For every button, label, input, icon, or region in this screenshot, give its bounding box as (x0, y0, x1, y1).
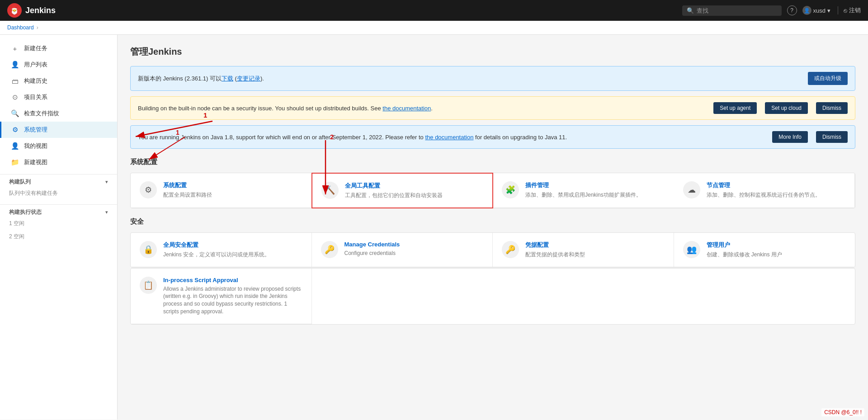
sidebar-item-project-relation[interactable]: ⊙ 项目关系 (0, 89, 117, 105)
system-settings-icon: ⚙ (140, 181, 157, 198)
build-queue-empty: 队列中没有构建任务 (0, 188, 117, 201)
config-name-plugin-manage: 插件管理 (525, 181, 665, 189)
my-view-icon: 👤 (10, 142, 19, 150)
auto-upgrade-button[interactable]: 或自动升级 (808, 72, 848, 85)
config-desc-node-manage: 添加、删除、控制和监视系统运行任务的节点。 (707, 191, 846, 199)
key-icon: 🔑 (321, 241, 338, 258)
config-name-manage-credentials: Manage Credentials (344, 241, 484, 248)
users-icon: 👥 (683, 241, 700, 258)
user-name: xusd (813, 7, 826, 14)
search-icon: 🔍 (687, 7, 694, 14)
main-layout: + 新建任务 👤 用户列表 🗃 构建历史 ⊙ 项目关系 🔍 检查文件指纹 ⚙ 系… (0, 35, 868, 420)
sidebar-label-new-view: 新建视图 (24, 158, 47, 166)
config-item-plugin-manage[interactable]: 🧩 插件管理 添加、删除、禁用或启用Jenkins功能扩展插件。 (493, 173, 674, 208)
config-desc-script-approval: Allows a Jenkins administrator to review… (163, 285, 302, 316)
config-name-global-security: 全局安全配置 (163, 241, 302, 249)
settings-icon: ⚙ (10, 126, 19, 134)
config-item-node-manage[interactable]: ☁ 节点管理 添加、删除、控制和监视系统运行任务的节点。 (674, 173, 855, 208)
user-avatar-icon: 👤 (802, 6, 811, 15)
jenkins-emoji: 🎅 (10, 6, 19, 15)
config-desc-manage-credentials: Configure credentials (344, 250, 484, 257)
setup-agent-button[interactable]: Set up agent (713, 102, 757, 114)
global-tools-icon: 🔨 (321, 182, 339, 199)
project-icon: ⊙ (10, 93, 19, 101)
lock-icon: 🔒 (140, 241, 157, 258)
build-queue-section: 构建队列 ▾ 队列中没有构建任务 (0, 174, 117, 201)
config-name-credentials-config: 凭据配置 (525, 241, 665, 249)
update-alert-text: 新版本的 Jenkins (2.361.1) 可以下载 (变更记录). (138, 75, 800, 83)
sidebar-item-new-task[interactable]: + 新建任务 (0, 40, 117, 57)
config-item-manage-credentials[interactable]: 🔑 Manage Credentials Configure credentia… (312, 233, 493, 267)
security-doc-link[interactable]: the documentation (382, 105, 431, 112)
logout-button[interactable]: ⎋ 注销 (838, 6, 861, 14)
build-exec-slot-2: 2 空闲 (0, 231, 117, 244)
config-name-script-approval: In-process Script Approval (163, 277, 302, 283)
plugin-icon: 🧩 (502, 181, 519, 198)
history-icon: 🗃 (10, 77, 19, 85)
help-icon[interactable]: ? (787, 5, 797, 15)
config-item-system-settings[interactable]: ⚙ 系统配置 配置全局设置和路径 (131, 173, 312, 208)
sidebar-item-check-fingerprint[interactable]: 🔍 检查文件指纹 (0, 105, 117, 122)
config-desc-global-security: Jenkins 安全，定义谁可以访问或使用系统。 (163, 251, 302, 259)
system-config-section-title: 系统配置 (130, 158, 855, 166)
header-title: Jenkins (25, 6, 56, 15)
java-dismiss-button[interactable]: Dismiss (816, 131, 848, 143)
sidebar-label-build-history: 构建历史 (24, 77, 47, 85)
download-link[interactable]: 下载 (222, 75, 233, 82)
jenkins-logo-icon: 🎅 (7, 3, 22, 18)
logout-label: 注销 (849, 6, 861, 14)
csdn-watermark: CSDN @6_0!! ! (821, 408, 864, 416)
config-desc-credentials-config: 配置凭据的提供者和类型 (525, 251, 665, 259)
java-doc-link[interactable]: the documentation (425, 134, 473, 141)
header-logo[interactable]: 🎅 Jenkins (7, 3, 56, 18)
fingerprint-icon: 🔍 (10, 109, 19, 118)
breadcrumb-dashboard[interactable]: Dashboard (7, 24, 34, 31)
build-exec-slot-1: 1 空闲 (0, 218, 117, 231)
config-item-manage-users[interactable]: 👥 管理用户 创建、删除或修改 Jenkins 用户 (674, 233, 855, 267)
node-icon: ☁ (683, 181, 700, 198)
sidebar-item-new-view[interactable]: 📁 新建视图 (0, 154, 117, 170)
security-dismiss-button[interactable]: Dismiss (816, 102, 848, 114)
build-exec-toggle[interactable]: 构建执行状态 ▾ (0, 205, 117, 218)
system-config-grid: 1 ⚙ 系统配置 配置全局设置和路径 🔨 全局工具配置 (130, 173, 855, 208)
credentials-icon: 🔑 (502, 241, 519, 258)
sidebar: + 新建任务 👤 用户列表 🗃 构建历史 ⊙ 项目关系 🔍 检查文件指纹 ⚙ 系… (0, 35, 118, 420)
security-alert-text: Building on the built-in node can be a s… (138, 105, 705, 112)
security-alert: Building on the built-in node can be a s… (130, 96, 855, 120)
config-item-global-tools[interactable]: 🔨 全局工具配置 工具配置，包括它们的位置和自动安装器 (311, 173, 494, 208)
sidebar-label-user-list: 用户列表 (24, 61, 47, 69)
update-alert: 新版本的 Jenkins (2.361.1) 可以下载 (变更记录). 或自动升… (130, 66, 855, 91)
build-queue-title: 构建队列 (9, 178, 31, 186)
java-alert: You are running Jenkins on Java 1.8, sup… (130, 125, 855, 149)
sidebar-item-system-manage[interactable]: ⚙ 系统管理 (0, 122, 117, 138)
config-desc-global-tools: 工具配置，包括它们的位置和自动安装器 (345, 192, 484, 199)
plus-icon: + (10, 45, 19, 52)
config-item-credentials-config[interactable]: 🔑 凭据配置 配置凭据的提供者和类型 (493, 233, 674, 267)
header: 🎅 Jenkins 🔍 ? 👤 xusd ▾ ⎋ 注销 (0, 0, 868, 21)
config-item-script-approval[interactable]: 📋 In-process Script Approval Allows a Je… (131, 269, 312, 324)
header-search-box[interactable]: 🔍 (682, 5, 782, 16)
config-item-global-security[interactable]: 🔒 全局安全配置 Jenkins 安全，定义谁可以访问或使用系统。 (131, 233, 312, 267)
search-input[interactable] (697, 7, 777, 14)
build-queue-toggle[interactable]: 构建队列 ▾ (0, 175, 117, 188)
sidebar-item-user-list[interactable]: 👤 用户列表 (0, 57, 117, 73)
config-name-node-manage: 节点管理 (707, 181, 846, 189)
sidebar-item-my-view[interactable]: 👤 我的视图 (0, 138, 117, 154)
java-alert-text: You are running Jenkins on Java 1.8, sup… (138, 134, 764, 141)
config-name-manage-users: 管理用户 (707, 241, 846, 249)
folder-icon: 📁 (10, 158, 19, 166)
sidebar-label-system-manage: 系统管理 (24, 126, 47, 134)
sidebar-label-project-relation: 项目关系 (24, 93, 47, 101)
config-name-system-settings: 系统配置 (163, 181, 302, 189)
security-config-grid: 🔒 全局安全配置 Jenkins 安全，定义谁可以访问或使用系统。 🔑 Mana… (130, 232, 855, 268)
config-desc-system-settings: 配置全局设置和路径 (163, 191, 302, 199)
more-info-button[interactable]: More Info (772, 131, 808, 143)
setup-cloud-button[interactable]: Set up cloud (765, 102, 808, 114)
config-name-global-tools: 全局工具配置 (345, 182, 484, 190)
changelog-link[interactable]: 变更记录 (237, 75, 260, 82)
script-icon: 📋 (140, 277, 157, 294)
user-menu[interactable]: 👤 xusd ▾ (802, 6, 830, 15)
breadcrumb: Dashboard › (0, 21, 868, 35)
build-exec-title: 构建执行状态 (9, 208, 42, 216)
sidebar-item-build-history[interactable]: 🗃 构建历史 (0, 73, 117, 89)
